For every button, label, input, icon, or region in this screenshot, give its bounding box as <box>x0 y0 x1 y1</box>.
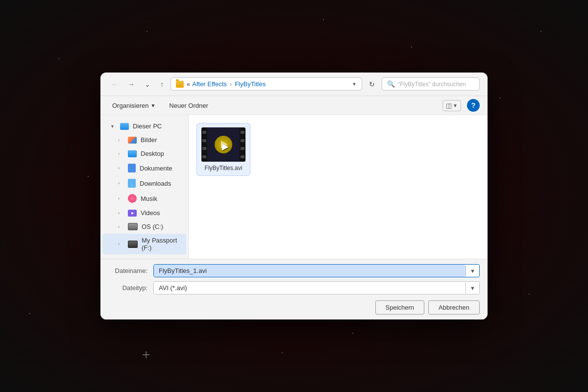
filename-dropdown-arrow[interactable]: ▼ <box>466 266 479 276</box>
chevron-right-icon: › <box>118 151 124 156</box>
film-hole <box>241 155 245 158</box>
save-button[interactable]: Speichern <box>375 300 425 315</box>
file-name: FlyByTitles.avi <box>205 165 243 172</box>
view-button[interactable]: ◫ ▼ <box>442 100 461 111</box>
film-hole <box>241 139 245 142</box>
breadcrumb[interactable]: « After Effects › FlyByTitles ▼ <box>171 77 362 91</box>
help-button[interactable]: ? <box>467 99 480 112</box>
organize-label: Organisieren <box>112 102 148 109</box>
help-label: ? <box>471 101 476 109</box>
film-strip-left <box>201 127 207 162</box>
chevron-right-icon: › <box>118 211 124 216</box>
passport-drive-icon <box>128 241 138 248</box>
new-folder-button[interactable]: Neuer Ordner <box>165 100 212 111</box>
main-content: ▼ Dieser PC › Bilder › Desktop › Dokumen… <box>100 115 488 259</box>
film-hole <box>202 139 206 142</box>
sidebar-item-passport-label: My Passport (F:) <box>142 237 181 251</box>
film-hole <box>241 131 245 134</box>
chevron-down-icon: ▼ <box>110 124 116 129</box>
file-area: ▶ FlyByTitles.avi <box>189 115 488 259</box>
filename-label: Dateiname: <box>108 267 147 274</box>
view-icon: ◫ <box>446 102 452 109</box>
sidebar-item-my-passport[interactable]: › My Passport (F:) <box>102 234 186 254</box>
chevron-right-icon: › <box>118 166 124 171</box>
film-hole <box>202 131 206 134</box>
filename-row: Dateiname: ▼ <box>108 264 480 277</box>
up-button[interactable]: ↑ <box>157 78 167 90</box>
search-icon: 🔍 <box>387 80 395 88</box>
filetype-dropdown-arrow[interactable]: ▼ <box>466 283 479 294</box>
view-chevron-icon: ▼ <box>453 103 458 108</box>
sidebar-item-videos[interactable]: › ▶ Videos <box>102 206 186 220</box>
refresh-button[interactable]: ↻ <box>366 78 378 90</box>
save-dialog: ← → ⌄ ↑ « After Effects › FlyByTitles ▼ … <box>100 73 488 319</box>
forward-button[interactable]: → <box>125 78 138 90</box>
videos-icon: ▶ <box>128 210 137 217</box>
desktop-folder-icon <box>128 150 137 157</box>
sidebar-item-dokumente-label: Dokumente <box>140 165 172 172</box>
sidebar-item-bilder-label: Bilder <box>141 136 157 144</box>
bilder-folder-icon <box>128 137 137 144</box>
search-placeholder: "FlyByTitles" durchsuchen <box>398 81 466 88</box>
search-box[interactable]: 🔍 "FlyByTitles" durchsuchen <box>382 77 480 91</box>
sidebar-item-musik[interactable]: › Musik <box>102 191 186 206</box>
breadcrumb-expand-icon[interactable]: ▼ <box>352 81 357 87</box>
filetype-select[interactable]: AVI (*.avi) MP4 (*.mp4) MOV (*.mov) <box>154 282 466 294</box>
back-button[interactable]: ← <box>108 78 121 90</box>
sidebar-item-os-label: OS (C:) <box>142 223 163 230</box>
organize-chevron-icon: ▼ <box>150 103 155 108</box>
musik-icon <box>128 194 137 203</box>
breadcrumb-path1[interactable]: After Effects <box>192 80 227 88</box>
sidebar-item-desktop-label: Desktop <box>141 150 164 157</box>
dieser-pc-label: Dieser PC <box>133 122 162 130</box>
chevron-right-icon: › <box>118 138 124 143</box>
filetype-select-wrapper[interactable]: AVI (*.avi) MP4 (*.mp4) MOV (*.mov) ▼ <box>153 281 480 294</box>
sidebar-item-downloads[interactable]: › ↓ Downloads <box>102 176 186 191</box>
recent-button[interactable]: ⌄ <box>142 78 153 90</box>
organize-button[interactable]: Organisieren ▼ <box>108 100 159 111</box>
breadcrumb-separator: › <box>230 80 232 88</box>
bottom-area: Dateiname: ▼ Dateityp: AVI (*.avi) MP4 (… <box>100 259 488 319</box>
breadcrumb-path2[interactable]: FlyByTitles <box>235 80 266 88</box>
filename-input-wrapper[interactable]: ▼ <box>153 264 480 277</box>
chevron-right-icon: › <box>118 196 124 201</box>
plus-decoration: + <box>142 347 150 363</box>
dialog-buttons: Speichern Abbrechen <box>108 298 480 315</box>
file-item-flyby[interactable]: ▶ FlyByTitles.avi <box>196 123 250 176</box>
new-folder-label: Neuer Ordner <box>169 102 208 109</box>
breadcrumb-prefix: « <box>187 80 190 88</box>
sidebar: ▼ Dieser PC › Bilder › Desktop › Dokumen… <box>100 115 189 259</box>
chevron-right-icon: › <box>118 242 124 246</box>
sidebar-item-musik-label: Musik <box>141 195 157 202</box>
folder-icon <box>176 81 184 88</box>
film-strip-right <box>240 127 245 162</box>
computer-icon <box>120 123 129 130</box>
filetype-label: Dateityp: <box>108 284 147 292</box>
sidebar-item-dieser-pc[interactable]: ▼ Dieser PC <box>102 120 186 133</box>
sidebar-item-os-c[interactable]: › OS (C:) <box>102 220 186 233</box>
sidebar-item-bilder[interactable]: › Bilder <box>102 133 186 147</box>
film-hole <box>202 155 206 158</box>
chevron-right-icon: › <box>118 224 124 229</box>
drive-icon <box>128 223 138 230</box>
cancel-button[interactable]: Abbrechen <box>428 300 480 315</box>
dokumente-folder-icon <box>128 164 136 172</box>
filename-input[interactable] <box>154 265 466 277</box>
sidebar-item-dokumente[interactable]: › Dokumente <box>102 161 186 175</box>
film-hole <box>241 147 245 150</box>
toolbar: Organisieren ▼ Neuer Ordner ◫ ▼ ? <box>100 96 488 115</box>
address-bar: ← → ⌄ ↑ « After Effects › FlyByTitles ▼ … <box>100 73 488 96</box>
sidebar-item-downloads-label: Downloads <box>140 180 171 187</box>
sidebar-item-desktop[interactable]: › Desktop <box>102 147 186 160</box>
file-thumbnail: ▶ <box>201 127 245 162</box>
downloads-folder-icon: ↓ <box>128 179 136 188</box>
sidebar-item-videos-label: Videos <box>141 209 160 217</box>
filetype-row: Dateityp: AVI (*.avi) MP4 (*.mp4) MOV (*… <box>108 281 480 294</box>
film-hole <box>202 147 206 150</box>
cursor-icon: ▶ <box>222 141 229 152</box>
chevron-right-icon: › <box>118 181 124 186</box>
